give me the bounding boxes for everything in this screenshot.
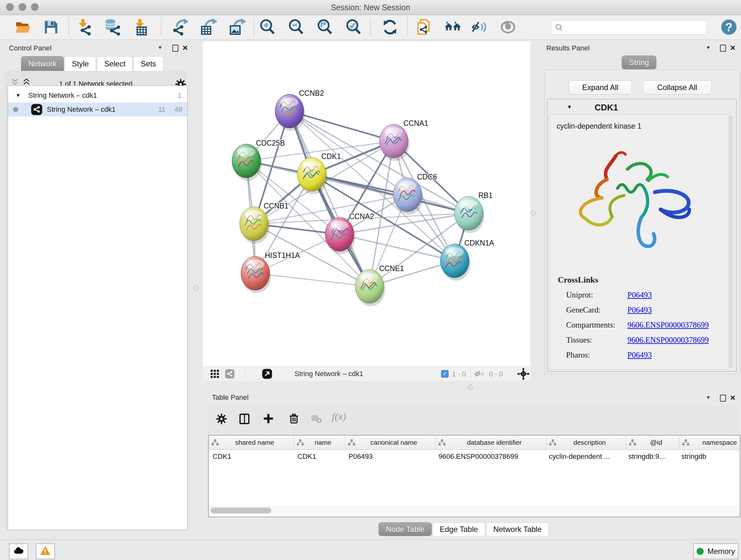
zoom-selected-icon[interactable] — [345, 18, 362, 36]
delete-table-icon[interactable] — [312, 415, 322, 425]
crosslink-link[interactable]: 9606.ENSP00000378699 — [627, 320, 709, 329]
column-header-name[interactable]: name — [294, 435, 345, 449]
control-panel-close-icon[interactable]: × — [183, 45, 188, 51]
crosslink-link[interactable]: P06493 — [627, 291, 652, 300]
network-collection-row[interactable]: ▼ String Network – cdk1 1 — [8, 88, 187, 103]
apply-layout-icon[interactable] — [381, 18, 399, 36]
table-cell[interactable]: 9606.ENSP00000378699 — [434, 452, 545, 461]
expand-all-button[interactable]: Expand All — [569, 80, 632, 95]
network-edge[interactable] — [340, 234, 455, 261]
zoom-in-icon[interactable] — [259, 18, 276, 36]
crosslink-link[interactable]: P06493 — [627, 351, 652, 360]
collection-collapse-icon[interactable]: ▼ — [16, 92, 21, 98]
show-columns-icon[interactable] — [239, 413, 250, 426]
warnings-button[interactable] — [36, 543, 55, 559]
node-table: shared namenamecanonical namedatabase id… — [208, 435, 740, 517]
tab-network-table[interactable]: Network Table — [486, 522, 549, 536]
table-cell[interactable]: CDK1 — [293, 452, 345, 461]
grid-view-icon[interactable] — [210, 369, 219, 380]
node-HIST1H1A[interactable]: HIST1H1A — [241, 251, 300, 293]
node-RB1[interactable]: RB1 — [455, 191, 493, 233]
function-builder-icon[interactable]: f(x) — [332, 411, 346, 422]
network-row-selected[interactable]: String Network – cdk1 11 48 — [8, 103, 187, 117]
network-overview-icon[interactable] — [225, 369, 234, 380]
crosslink-link[interactable]: 9606.ENSP00000378699 — [627, 335, 709, 345]
table-cell[interactable]: P06493 — [345, 452, 434, 461]
results-panel-menu-icon[interactable]: ▼ — [706, 45, 711, 50]
table-panel-float-icon[interactable] — [720, 395, 726, 401]
column-header-canonical-name[interactable]: canonical name — [345, 435, 435, 449]
hide-unhide-icon[interactable] — [470, 18, 488, 36]
column-header--id[interactable]: @id — [626, 435, 679, 449]
node-CCNB2[interactable]: CCNB2 — [275, 89, 324, 131]
tab-edge-table[interactable]: Edge Table — [432, 522, 485, 536]
zoom-fit-icon[interactable] — [316, 18, 334, 36]
search-input[interactable] — [566, 23, 707, 32]
network-edge[interactable] — [312, 174, 469, 213]
node-CDKN1A[interactable]: CDKN1A — [441, 239, 494, 281]
collapse-all-button[interactable]: Collapse All — [643, 80, 712, 95]
delete-column-icon[interactable] — [288, 413, 299, 425]
homology-icon[interactable] — [444, 18, 462, 36]
node-CCNA1[interactable]: CCNA1 — [380, 119, 428, 161]
help-icon[interactable]: ? — [720, 18, 738, 36]
tab-network[interactable]: Network — [21, 56, 64, 71]
import-database-icon[interactable] — [104, 18, 121, 36]
show-graphics-icon[interactable] — [499, 18, 517, 36]
birdseye-view-icon[interactable] — [262, 369, 272, 380]
table-options-gear-icon[interactable] — [216, 413, 227, 426]
node-CDC25B[interactable]: CDC25B — [232, 139, 285, 181]
add-column-icon[interactable] — [263, 413, 274, 425]
crosslink-link[interactable]: P06493 — [627, 306, 652, 314]
tab-node-table[interactable]: Node Table — [379, 522, 432, 536]
tab-select[interactable]: Select — [97, 56, 133, 71]
results-panel-close-icon[interactable]: × — [730, 45, 735, 51]
column-header-shared-name[interactable]: shared name — [209, 435, 294, 449]
table-cell[interactable]: cyclin-dependent ... — [545, 452, 624, 461]
table-hscrollbar-thumb[interactable] — [211, 508, 271, 513]
tab-style[interactable]: Style — [64, 56, 96, 71]
table-cell[interactable]: CDK1 — [209, 452, 293, 461]
cloud-status-button[interactable] — [9, 543, 28, 559]
results-scrollbar-thumb[interactable] — [729, 115, 733, 368]
left-splitter-handle[interactable] — [193, 286, 199, 291]
table-row[interactable]: CDK1CDK1P064939606.ENSP00000378699cyclin… — [209, 450, 740, 463]
hidden-eye-icon[interactable] — [474, 369, 484, 380]
control-panel-float-icon[interactable] — [172, 45, 179, 52]
zoom-out-icon[interactable] — [287, 18, 305, 36]
bottom-splitter-handle[interactable] — [468, 385, 473, 390]
tab-sets[interactable]: Sets — [133, 56, 163, 71]
network-edge[interactable] — [289, 111, 369, 287]
column-header-database-identifier[interactable]: database identifier — [435, 435, 546, 449]
export-network-icon[interactable] — [171, 18, 189, 36]
network-edge[interactable] — [255, 273, 369, 287]
tab-string[interactable]: String — [622, 56, 657, 69]
selected-checkbox-icon[interactable]: ✓ — [441, 370, 449, 378]
export-image-icon[interactable] — [228, 18, 246, 36]
open-session-icon[interactable] — [14, 18, 32, 36]
table-cell[interactable]: stringdb:9... — [624, 452, 677, 461]
import-network-icon[interactable] — [75, 18, 93, 36]
column-header-namespace[interactable]: namespace — [679, 435, 740, 449]
table-panel-menu-icon[interactable]: ▼ — [706, 395, 711, 400]
network-canvas[interactable]: CCNB2CCNA1CDC25BCDK1CDC6RB1CCNB1CCNA2CDK… — [203, 42, 530, 367]
right-splitter-handle[interactable] — [531, 210, 536, 215]
node-CDC6[interactable]: CDC6 — [393, 173, 437, 214]
results-panel-float-icon[interactable] — [720, 45, 726, 52]
fit-content-crosshair-icon[interactable] — [517, 368, 530, 381]
memory-button[interactable]: Memory — [693, 543, 738, 559]
network-edge-count: 48 — [175, 105, 182, 114]
table-cell[interactable]: stringdb — [677, 452, 740, 461]
network-edge[interactable] — [289, 111, 394, 141]
save-session-icon[interactable] — [42, 18, 60, 36]
gene-collapse-icon[interactable]: ▼ — [567, 104, 572, 111]
export-table-icon[interactable] — [200, 18, 218, 36]
network-list: ▼ String Network – cdk1 1 String Network… — [8, 85, 188, 530]
table-panel-close-icon[interactable]: × — [730, 395, 735, 401]
control-panel-menu-icon[interactable]: ▼ — [158, 45, 162, 50]
import-table-icon[interactable] — [132, 18, 150, 36]
search-box[interactable] — [551, 20, 707, 35]
table-hscrollbar[interactable] — [209, 506, 738, 515]
column-header-description[interactable]: description — [546, 435, 626, 449]
string-import-icon[interactable] — [415, 18, 433, 36]
